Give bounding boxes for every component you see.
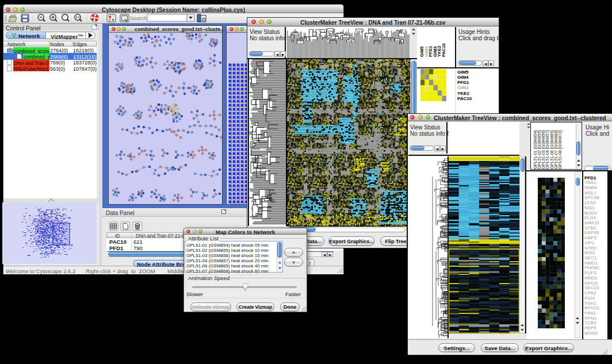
svg-text:1:1: 1:1 [75,16,79,19]
svg-text:Search:: Search: [130,15,149,21]
